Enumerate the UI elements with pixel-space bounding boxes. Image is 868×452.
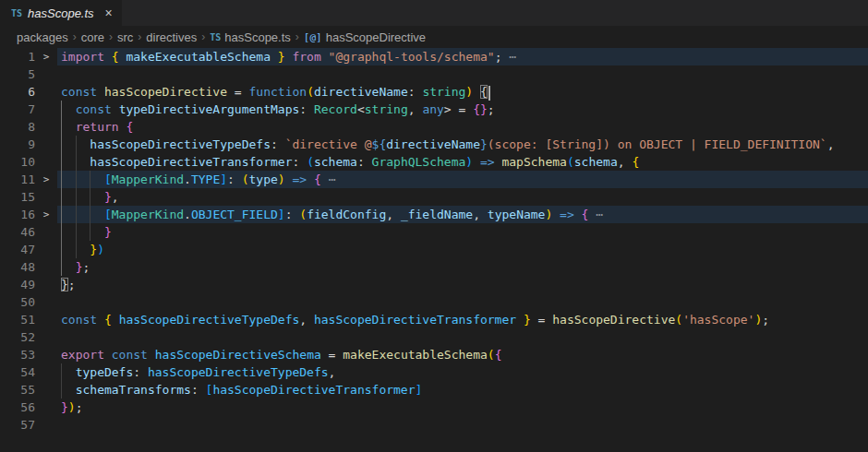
code-token: string bbox=[422, 85, 465, 99]
breadcrumb-separator-icon: › bbox=[138, 30, 141, 43]
code-token: , bbox=[473, 208, 488, 221]
code-line-content[interactable]: hasScopeDirectiveTypeDefs: `directive @$… bbox=[57, 136, 868, 153]
code-token: from bbox=[292, 50, 320, 64]
line-number: 6 bbox=[0, 83, 35, 101]
breadcrumb-item-hasscope-ts[interactable]: TShasScope.ts bbox=[210, 30, 291, 44]
code-token: ) bbox=[465, 85, 473, 99]
code-line: 55 schemaTransforms: [hasScopeDirectiveT… bbox=[0, 381, 868, 398]
code-token: } bbox=[104, 190, 112, 204]
code-line-content[interactable]: [MapperKind.TYPE]: (type) => { ⋯ bbox=[57, 171, 868, 188]
code-token: hasScopeDirectiveTypeDefs bbox=[90, 137, 271, 151]
code-token: [ bbox=[104, 172, 112, 186]
code-line-content[interactable]: }; bbox=[57, 276, 868, 293]
fold-gutter bbox=[35, 276, 57, 293]
code-line: 51const { hasScopeDirectiveTypeDefs, has… bbox=[0, 311, 868, 328]
code-line: 6const hasScopeDirective = function(dire… bbox=[0, 83, 868, 101]
code-token: ) bbox=[68, 400, 76, 414]
code-line: 50 bbox=[0, 293, 868, 311]
code-line-content[interactable] bbox=[57, 416, 868, 434]
code-token: . bbox=[184, 208, 191, 221]
code-token: ( bbox=[567, 155, 574, 169]
code-token: schemaTransforms bbox=[76, 383, 191, 397]
line-number: 10 bbox=[0, 153, 35, 171]
code-line: 1>import { makeExecutableSchema } from "… bbox=[0, 48, 868, 65]
code-token: ( bbox=[488, 348, 495, 362]
code-token: , bbox=[329, 365, 336, 379]
code-token: any bbox=[422, 102, 443, 116]
code-token: , bbox=[408, 102, 423, 116]
code-line-content[interactable]: import { makeExecutableSchema } from "@g… bbox=[57, 48, 868, 65]
code-token: hasScopeDirectiveSchema bbox=[155, 348, 321, 362]
code-token: { bbox=[314, 172, 321, 186]
code-line-content[interactable]: }); bbox=[57, 398, 868, 416]
breadcrumb-item-hasscopedirective[interactable]: [@]hasScopeDirective bbox=[304, 30, 426, 44]
breadcrumb-separator-icon: › bbox=[109, 30, 113, 43]
close-icon[interactable]: × bbox=[105, 6, 113, 19]
breadcrumb-label: packages bbox=[17, 30, 68, 44]
code-token: TYPE bbox=[191, 172, 220, 186]
code-token: = bbox=[531, 313, 552, 327]
code-line: 15 }, bbox=[0, 188, 868, 206]
breadcrumb-item-core[interactable]: core bbox=[81, 30, 104, 44]
fold-gutter bbox=[35, 188, 57, 206]
code-line-content[interactable] bbox=[57, 65, 868, 83]
code-editor[interactable]: 1>import { makeExecutableSchema } from "… bbox=[0, 48, 868, 434]
fold-chevron-icon[interactable]: > bbox=[35, 206, 57, 223]
breadcrumb-item-src[interactable]: src bbox=[117, 30, 133, 44]
code-line-content[interactable]: [MapperKind.OBJECT_FIELD]: (fieldConfig,… bbox=[57, 206, 868, 223]
code-token: typeDirectiveArgumentMaps bbox=[119, 102, 300, 116]
code-line: 10 hasScopeDirectiveTransformer: (schema… bbox=[0, 153, 868, 171]
code-token: hasScopeDirectiveTypeDefs bbox=[148, 365, 329, 379]
code-token bbox=[61, 208, 104, 221]
code-line-content[interactable]: } bbox=[57, 223, 868, 241]
code-token bbox=[307, 172, 314, 186]
code-token: < bbox=[357, 102, 365, 116]
code-line-content[interactable]: const hasScopeDirective = function(direc… bbox=[57, 83, 868, 101]
code-line-content[interactable]: }) bbox=[57, 241, 868, 258]
code-token: => bbox=[480, 155, 495, 169]
tab-hasscope-ts[interactable]: TS hasScope.ts × bbox=[0, 0, 122, 26]
code-line-content[interactable]: return { bbox=[57, 118, 868, 136]
code-line-content[interactable]: const typeDirectiveArgumentMaps: Record<… bbox=[57, 101, 868, 118]
code-token: : bbox=[133, 365, 148, 379]
code-token: (scope: [String]) on OBJECT | FIELD_DEFI… bbox=[488, 137, 827, 151]
tab-title: hasScope.ts bbox=[28, 6, 94, 20]
code-token: typeDefs bbox=[76, 365, 134, 379]
fold-chevron-icon[interactable]: > bbox=[35, 48, 57, 65]
code-token: schema bbox=[314, 155, 357, 169]
code-line-content[interactable] bbox=[57, 328, 868, 346]
code-token bbox=[285, 172, 293, 186]
code-line-content[interactable]: }; bbox=[57, 258, 868, 276]
code-token bbox=[473, 155, 480, 169]
code-token: => bbox=[560, 208, 574, 221]
code-line-content[interactable] bbox=[57, 293, 868, 311]
code-line-content[interactable]: export const hasScopeDirectiveSchema = m… bbox=[57, 346, 868, 363]
code-line: 11> [MapperKind.TYPE]: (type) => { ⋯ bbox=[0, 171, 868, 188]
code-line-content[interactable]: schemaTransforms: [hasScopeDirectiveTran… bbox=[57, 381, 868, 398]
code-token bbox=[61, 120, 76, 134]
fold-gutter bbox=[35, 65, 57, 83]
code-line-content[interactable]: }, bbox=[57, 188, 868, 206]
code-token: ] bbox=[220, 172, 227, 186]
code-line-content[interactable]: typeDefs: hasScopeDirectiveTypeDefs, bbox=[57, 363, 868, 381]
fold-chevron-icon[interactable]: > bbox=[35, 171, 57, 188]
code-token bbox=[516, 313, 524, 327]
breadcrumb-item-packages[interactable]: packages bbox=[17, 30, 68, 44]
breadcrumb-separator-icon: › bbox=[201, 30, 205, 43]
code-line: 56}); bbox=[0, 398, 868, 416]
code-token: , bbox=[386, 208, 401, 221]
breadcrumb-separator-icon: › bbox=[295, 30, 299, 43]
line-number: 46 bbox=[0, 223, 35, 241]
code-token: "@graphql-tools/schema" bbox=[329, 50, 495, 64]
breadcrumb-item-directives[interactable]: directives bbox=[146, 30, 197, 44]
fold-gutter bbox=[35, 293, 57, 311]
fold-gutter bbox=[35, 398, 57, 416]
code-token bbox=[552, 208, 560, 221]
code-line-content[interactable]: hasScopeDirectiveTransformer: (schema: G… bbox=[57, 153, 868, 171]
code-line-content[interactable]: const { hasScopeDirectiveTypeDefs, hasSc… bbox=[57, 311, 868, 328]
line-number: 56 bbox=[0, 398, 35, 416]
code-token: { bbox=[495, 348, 502, 362]
code-line: 53export const hasScopeDirectiveSchema =… bbox=[0, 346, 868, 363]
fold-gutter bbox=[35, 328, 57, 346]
code-token: : bbox=[271, 137, 285, 151]
